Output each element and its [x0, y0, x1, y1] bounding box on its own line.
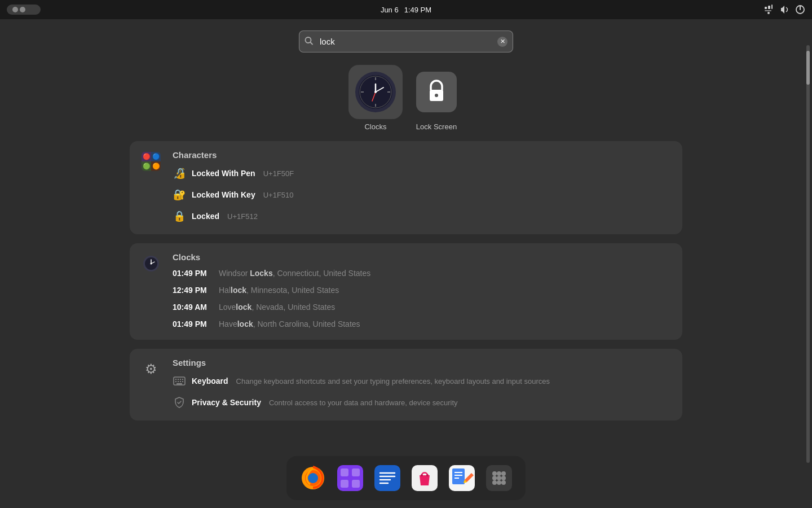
svg-rect-45 — [374, 465, 400, 491]
clocks-label: Clocks — [364, 122, 386, 131]
svg-rect-33 — [178, 381, 179, 382]
svg-rect-3 — [765, 10, 771, 11]
characters-section: 🔴 🔵 🟢 🟠 Characters 🔏 Locked With Pen U+1… — [130, 141, 682, 234]
dock-writer[interactable] — [445, 462, 478, 494]
svg-rect-28 — [175, 379, 176, 380]
power-icon[interactable] — [795, 5, 805, 15]
dock-notes[interactable] — [371, 462, 404, 494]
list-item[interactable]: Privacy & Security Control access to you… — [173, 393, 671, 411]
privacy-settings-icon — [173, 396, 186, 409]
svg-point-4 — [767, 12, 770, 14]
app-icon-lockscreen[interactable]: Lock Screen — [409, 65, 464, 131]
settings-section-title: Settings — [173, 358, 671, 367]
settings-section: ⚙ Settings — [130, 349, 682, 421]
location-3: Lovelock, Nevada, United States — [219, 303, 335, 312]
svg-rect-36 — [176, 383, 182, 384]
dock — [286, 456, 526, 500]
top-bar-center: Jun 6 1:49 PM — [381, 6, 431, 14]
svg-point-21 — [435, 94, 438, 97]
svg-point-39 — [308, 473, 318, 483]
dock-apps[interactable] — [483, 462, 515, 494]
list-item[interactable]: 12:49 PM Hallock, Minnesota, United Stat… — [173, 283, 671, 297]
list-item[interactable]: Keyboard Change keyboard shortcuts and s… — [173, 372, 671, 390]
dock-software[interactable] — [334, 462, 367, 494]
characters-section-icon: 🔴 🔵 🟢 🟠 — [141, 151, 161, 172]
svg-rect-0 — [765, 7, 767, 9]
app-icon-clocks[interactable]: Clocks — [348, 65, 403, 131]
emoji-locked-key-icon: 🔐 — [173, 188, 186, 202]
dock-firefox[interactable] — [297, 462, 329, 494]
svg-point-60 — [497, 471, 501, 476]
list-item[interactable]: 🔏 Locked With Pen U+1F50F — [173, 164, 671, 182]
lockscreen-icon-bg — [409, 65, 464, 119]
svg-rect-41 — [341, 468, 348, 476]
writer-icon — [448, 464, 476, 492]
svg-rect-35 — [182, 381, 183, 382]
characters-items: 🔏 Locked With Pen U+1F50F 🔐 Locked With … — [173, 164, 671, 225]
locked-pen-code: U+1F50F — [263, 169, 294, 178]
notes-icon — [373, 464, 401, 492]
svg-point-67 — [501, 480, 506, 485]
locked-name: Locked — [192, 212, 219, 221]
list-item[interactable]: 10:49 AM Lovelock, Nevada, United States — [173, 300, 671, 314]
list-item[interactable]: 🔐 Locked With Key U+1F510 — [173, 186, 671, 204]
list-item[interactable]: 🔒 Locked U+1F512 — [173, 207, 671, 225]
svg-point-65 — [492, 480, 497, 485]
network-icon[interactable] — [764, 5, 774, 15]
svg-rect-31 — [182, 379, 183, 380]
search-input[interactable] — [299, 30, 513, 52]
scrollbar-thumb[interactable] — [806, 51, 810, 85]
privacy-setting-desc: Control access to your data and hardware… — [269, 398, 458, 407]
location-1: Windsor Locks, Connecticut, United State… — [219, 269, 370, 278]
time-2: 12:49 PM — [173, 286, 213, 295]
locked-code: U+1F512 — [227, 212, 258, 221]
characters-app-icon: 🔴 🔵 🟢 🟠 — [142, 152, 161, 171]
time-4: 01:49 PM — [173, 319, 213, 329]
main-content: ✕ — [0, 19, 812, 508]
clocks-icon-bg — [348, 65, 403, 119]
app-icons-row: Clocks Lock Screen — [348, 65, 464, 131]
list-item[interactable]: 01:49 PM Havelock, North Carolina, Unite… — [173, 317, 671, 331]
svg-point-63 — [497, 476, 501, 480]
svg-point-64 — [501, 476, 506, 480]
scrollbar[interactable] — [806, 45, 810, 463]
locked-key-code: U+1F510 — [263, 191, 294, 199]
lock-screen-icon — [416, 72, 457, 112]
svg-rect-2 — [771, 5, 773, 9]
gear-icon: ⚙ — [145, 361, 157, 377]
svg-point-52 — [426, 474, 429, 476]
svg-rect-34 — [180, 381, 181, 382]
dot-2 — [20, 7, 25, 12]
search-clear-button[interactable]: ✕ — [497, 37, 508, 47]
time-1: 01:49 PM — [173, 269, 213, 278]
date-display: Jun 6 — [381, 6, 399, 14]
dock-flatseal[interactable] — [408, 462, 441, 494]
locked-key-name: Locked With Key — [192, 190, 255, 199]
volume-icon[interactable] — [779, 5, 789, 15]
settings-section-icon: ⚙ — [141, 359, 161, 379]
svg-point-26 — [151, 263, 152, 265]
top-bar: Jun 6 1:49 PM — [0, 0, 812, 19]
list-item[interactable]: 01:49 PM Windsor Locks, Connecticut, Uni… — [173, 266, 671, 280]
svg-point-66 — [497, 480, 501, 485]
svg-rect-42 — [352, 468, 360, 476]
workspace-pill[interactable] — [7, 5, 41, 15]
keyboard-setting-name: Keyboard — [192, 376, 228, 386]
workspace-dots — [12, 7, 25, 12]
clocks-result-icon — [143, 256, 159, 271]
emoji-locked-pen-icon: 🔏 — [173, 167, 186, 180]
location-4: Havelock, North Carolina, United States — [219, 319, 360, 329]
software-icon — [336, 464, 364, 492]
settings-items: Keyboard Change keyboard shortcuts and s… — [173, 372, 671, 411]
characters-section-body: Characters 🔏 Locked With Pen U+1F50F 🔐 L… — [173, 150, 671, 225]
clocks-section: Clocks 01:49 PM Windsor Locks, Connectic… — [130, 243, 682, 340]
svg-point-62 — [492, 476, 497, 480]
privacy-setting-name: Privacy & Security — [192, 398, 261, 407]
characters-section-title: Characters — [173, 150, 671, 160]
clocks-items: 01:49 PM Windsor Locks, Connecticut, Uni… — [173, 266, 671, 331]
clocks-section-body: Clocks 01:49 PM Windsor Locks, Connectic… — [173, 252, 671, 331]
svg-point-59 — [492, 471, 497, 476]
svg-rect-1 — [768, 6, 770, 9]
clocks-app-icon — [355, 72, 396, 112]
keyboard-settings-icon — [173, 374, 186, 388]
